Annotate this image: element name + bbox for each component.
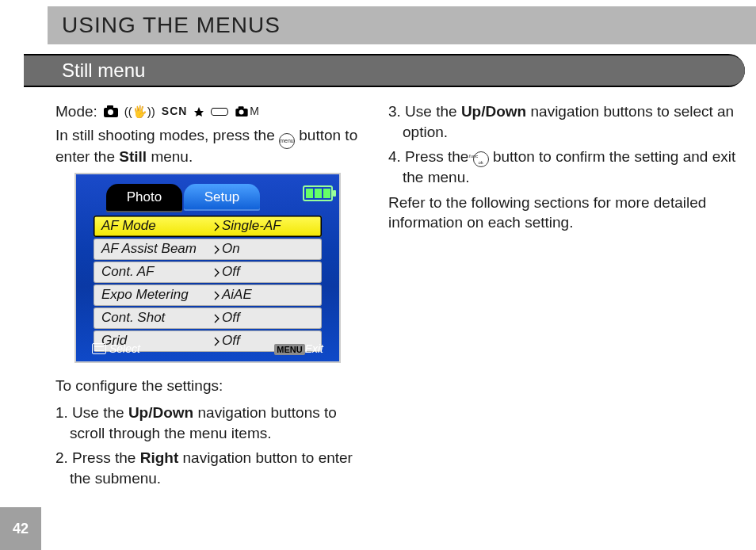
page-number-tab: 42 (0, 507, 41, 550)
menu-row[interactable]: Cont. ShotOff (94, 307, 322, 329)
intro-bold: Still (119, 148, 147, 165)
step2-a: 2. Press the (55, 449, 140, 466)
menu-row-label: Expo Metering (101, 286, 214, 304)
configure-heading: To configure the settings: (55, 376, 368, 396)
scn-mode-icon: SCN (162, 104, 188, 119)
menu-row-arrow-icon (214, 268, 220, 277)
step3-a: 3. Use the (388, 103, 461, 120)
section-header-leftcap (24, 55, 48, 86)
nav-select-icon (92, 343, 106, 354)
step4-a: 4. Press the (388, 148, 473, 165)
func-ok-button-icon: funcok (473, 151, 489, 167)
anti-shake-icon: ((🖐)) (124, 104, 155, 120)
steps-left: 1. Use the Up/Down navigation buttons to… (55, 403, 368, 489)
tab-setup-label: Setup (204, 189, 239, 207)
camera-lcd-screenshot: Photo Setup AF ModeSingle-AFAF Assist Be… (74, 173, 341, 363)
step2-b: Right (140, 449, 179, 466)
lcd-menu-list: AF ModeSingle-AFAF Assist BeamOnCont. AF… (94, 216, 322, 353)
step-3: 3. Use the Up/Down navigation buttons to… (388, 101, 737, 142)
menu-row-value: AiAE (220, 286, 315, 304)
mode-label: Mode: (55, 101, 97, 122)
right-column: 3. Use the Up/Down navigation buttons to… (388, 101, 737, 239)
menu-row[interactable]: AF Assist BeamOn (94, 239, 322, 260)
menu-button-icon: menu (279, 133, 295, 149)
page-title-bar: USING THE MENUS (48, 6, 756, 44)
menu-row-arrow-icon (214, 314, 220, 323)
tab-photo-label: Photo (127, 189, 162, 207)
panorama-icon (211, 108, 228, 116)
tab-photo[interactable]: Photo (106, 184, 182, 211)
step1-a: 1. Use the (55, 404, 128, 421)
menu-row-arrow-icon (214, 222, 220, 231)
menu-row[interactable]: Cont. AFOff (94, 262, 322, 283)
menu-tag-icon: MENU (274, 344, 304, 355)
section-header: Still menu (48, 55, 745, 86)
refer-paragraph: Refer to the following sections for more… (388, 193, 737, 233)
camera-icon (104, 107, 118, 116)
tab-setup[interactable]: Setup (184, 184, 260, 211)
manual-mode-icon: M (235, 104, 259, 119)
footer-select-label: Select (109, 342, 140, 357)
menu-row-label: AF Mode (101, 217, 214, 235)
step-1: 1. Use the Up/Down navigation buttons to… (55, 403, 368, 443)
page-number: 42 (13, 521, 29, 537)
section-title: Still menu (62, 59, 145, 82)
menu-row-value: Off (220, 263, 315, 281)
step1-b: Up/Down (128, 404, 193, 421)
mode-line: Mode: ((🖐)) SCN M (55, 101, 368, 122)
menu-row[interactable]: AF ModeSingle-AF (94, 216, 322, 237)
footer-exit-label: Exit (305, 342, 323, 355)
intro-text-1: In still shooting modes, press the (55, 127, 279, 143)
step3-b: Up/Down (461, 103, 526, 120)
night-mode-icon (193, 106, 204, 117)
menu-row[interactable]: Expo MeteringAiAE (94, 285, 322, 306)
menu-row-value: On (220, 240, 315, 258)
lcd-tab-bar: Photo Setup (76, 181, 339, 211)
step-4: 4. Press the funcok button to confirm th… (388, 147, 737, 187)
menu-row-value: Single-AF (220, 217, 315, 235)
menu-row-label: Cont. AF (101, 263, 214, 281)
menu-row-value: Off (220, 309, 315, 327)
manual-mode-letter: M (250, 104, 259, 119)
left-column: Mode: ((🖐)) SCN M In still shooting mode… (55, 101, 368, 493)
page-title: USING THE MENUS (62, 13, 281, 38)
intro-paragraph: In still shooting modes, press the menu … (55, 125, 368, 167)
step-2: 2. Press the Right navigation button to … (55, 448, 368, 488)
menu-row-arrow-icon (214, 245, 220, 254)
lcd-footer: Select MENUExit (76, 339, 339, 358)
menu-row-arrow-icon (214, 291, 220, 300)
menu-row-label: AF Assist Beam (101, 240, 214, 258)
intro-text-3: menu. (147, 148, 193, 165)
steps-right: 3. Use the Up/Down navigation buttons to… (388, 101, 737, 188)
menu-row-label: Cont. Shot (101, 309, 214, 327)
